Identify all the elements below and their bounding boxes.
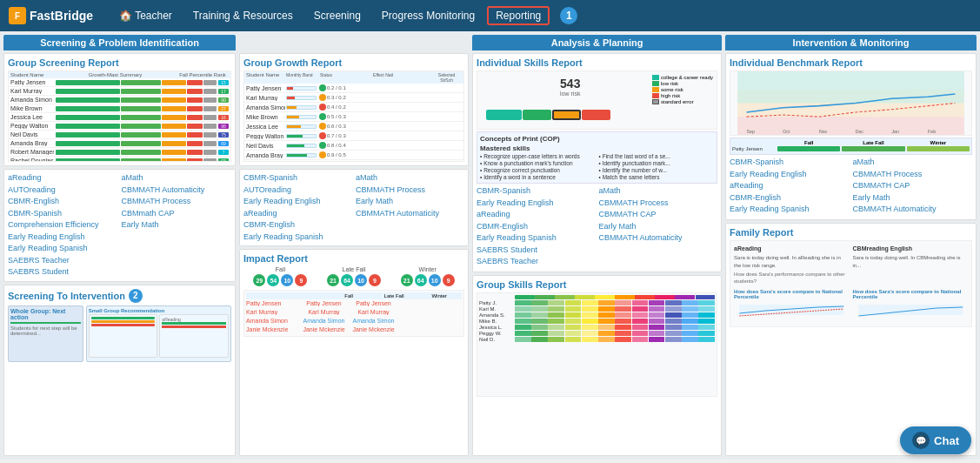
screening-table-row: Karl Murray17 <box>9 87 230 96</box>
growth-table-row: Mike Brown0.5 / 0.3 <box>244 112 463 122</box>
individual-benchmark-title: Individual Benchmark Report <box>730 57 972 68</box>
link-areading[interactable]: aReading <box>8 172 118 185</box>
impact-winter: Winter 21 64 10 9 <box>401 266 455 287</box>
ib-link-ers[interactable]: Early Reading Spanish <box>730 204 849 216</box>
impact-report-card: Impact Report Fall 29 54 10 9 Late Fall … <box>239 249 469 456</box>
group-screening-links: aReading AUTOreading CBMR-English CBMR-S… <box>3 169 236 282</box>
screening-table-row: Amanda Simon90 <box>9 96 230 104</box>
impact-report-title: Impact Report <box>243 253 464 264</box>
logo-text: FastBridge <box>30 9 93 23</box>
group-screening-title: Group Screening Report <box>8 57 231 68</box>
ib-link-cbmmath-auto[interactable]: CBMMATH Automaticity <box>853 204 972 216</box>
g-link-cbmmath-auto[interactable]: CBMMATH Automaticity <box>356 208 464 220</box>
nav-progress-monitoring[interactable]: Progress Monitoring <box>373 6 483 25</box>
ib-link-ere[interactable]: Early Reading English <box>730 169 849 181</box>
svg-text:Oct: Oct <box>783 129 790 134</box>
g-link-ere[interactable]: Early Reading English <box>243 196 352 208</box>
ib-link-cbmrsp[interactable]: CBMR-Spanish <box>730 157 849 169</box>
impact-fall: Fall 29 54 10 9 <box>253 266 307 287</box>
growth-table-row: Neil Davis0.8 / 0.4 <box>244 141 463 151</box>
impact-row-amanda: Amanda Simon Amanda Simon Amanda Simon <box>246 317 462 325</box>
ib-link-cbmren[interactable]: CBMR-English <box>730 192 849 205</box>
link-ers[interactable]: Early Reading Spanish <box>8 243 118 255</box>
link-amath[interactable]: aMath <box>122 172 232 185</box>
svg-rect-2 <box>737 104 964 117</box>
is-link-ers[interactable]: Early Reading Spanish <box>477 232 595 245</box>
ib-link-cbmmath-p[interactable]: CBMMATH Process <box>853 169 972 181</box>
g-link-areading[interactable]: aReading <box>243 208 352 220</box>
screening-column: Screening & Problem Identification Group… <box>3 35 236 456</box>
is-link-cbmmath-cap[interactable]: CBMMATH CAP <box>599 209 717 221</box>
group-skills-card: Group Skills Report <box>472 275 722 457</box>
ib-link-cbmmath-cap[interactable]: CBMMATH CAP <box>853 180 972 192</box>
screening-table-row: Mike Brown27 <box>9 104 230 113</box>
is-link-cbmmath-p[interactable]: CBMMATH Process <box>599 198 717 210</box>
link-cbmmath-auto[interactable]: CBMMATH Automaticity <box>122 185 232 197</box>
screening-section-header: Screening & Problem Identification <box>3 35 236 50</box>
skills-grid-row: Peggy W. <box>479 331 715 336</box>
nav-screening[interactable]: Screening <box>305 6 370 25</box>
growth-links-col2: aMath CBMMATH Process Early Math CBMMATH… <box>356 172 464 243</box>
intervention-section-header: Intervention & Monitoring <box>725 35 977 50</box>
link-comp-eff[interactable]: Comprehension Efficiency <box>8 219 118 232</box>
growth-table-row: Robert Manager1.0 / 0.5 <box>244 160 463 162</box>
family-chart-svg <box>734 300 849 322</box>
sti-title: Screening To Intervention 2 <box>8 289 231 303</box>
home-icon: 🏠 <box>119 10 132 22</box>
is-link-cbmrsp[interactable]: CBMR-Spanish <box>477 185 595 198</box>
g-link-cbmmath-p[interactable]: CBMMATH Process <box>356 185 464 197</box>
g-link-ers[interactable]: Early Reading Spanish <box>243 232 352 244</box>
g-link-early-math[interactable]: Early Math <box>356 196 464 208</box>
is-link-cbmmath-auto[interactable]: CBMMATH Automaticity <box>599 232 717 245</box>
screening-links-col2: aMath CBMMATH Automaticity CBMMATH Proce… <box>122 172 232 278</box>
nav-teacher[interactable]: 🏠 Teacher <box>110 6 181 25</box>
svg-rect-11 <box>858 305 963 315</box>
link-cbmmath-process[interactable]: CBMMATH Process <box>122 196 232 208</box>
link-cbmr-english[interactable]: CBMR-English <box>8 196 118 208</box>
ib-link-early-math[interactable]: Early Math <box>853 192 972 205</box>
link-ere[interactable]: Early Reading English <box>8 232 118 244</box>
screening-table-row: Robert Manager7 <box>9 148 230 157</box>
chat-label: Chat <box>934 434 959 447</box>
is-link-early-math[interactable]: Early Math <box>599 221 717 233</box>
link-early-math[interactable]: Early Math <box>122 219 232 232</box>
link-autoreading[interactable]: AUTOreading <box>8 185 118 197</box>
skills-grid-row: Amanda S. <box>479 312 715 318</box>
chat-button[interactable]: 💬 Chat <box>900 426 971 454</box>
mastered-skills-label: Mastered skills <box>480 144 714 152</box>
screening-table-row: Patty Jensen15 <box>9 78 230 87</box>
skills-grid-row: Patty J. <box>479 300 715 305</box>
individual-skills-card: Individual Skills Report 543 low risk co <box>472 53 722 272</box>
nav-training[interactable]: Training & Resources <box>184 6 302 25</box>
sti-badge: 2 <box>129 289 143 303</box>
group-growth-card: Group Growth Report Student Name Monthly… <box>239 53 469 166</box>
ib-link-areading[interactable]: aReading <box>730 180 849 192</box>
link-cbmr-spanish[interactable]: CBMR-Spanish <box>8 208 118 220</box>
is-link-saebrs-t[interactable]: SAEBRS Teacher <box>477 256 595 268</box>
is-link-cbmren[interactable]: CBMR-English <box>477 221 595 233</box>
nav-reporting[interactable]: Reporting <box>487 6 550 25</box>
link-saebrs-student[interactable]: SAEBRS Student <box>8 266 118 278</box>
link-saebrs-teacher[interactable]: SAEBRS Teacher <box>8 255 118 267</box>
is-link-amath[interactable]: aMath <box>599 185 717 198</box>
g-link-amath[interactable]: aMath <box>356 172 464 185</box>
analysis-section-header: Analysis & Planning <box>472 35 722 50</box>
svg-text:Dec: Dec <box>856 129 864 134</box>
is-link-ere[interactable]: Early Reading English <box>477 198 595 210</box>
g-link-cbmrsp[interactable]: CBMR-Spanish <box>243 172 352 185</box>
app-header: F FastBridge 🏠 Teacher Training & Resour… <box>0 0 980 31</box>
skills-grid-row: Neil D. <box>479 337 715 342</box>
chat-icon: 💬 <box>912 432 930 449</box>
ib-link-amath[interactable]: aMath <box>853 157 972 169</box>
g-link-cbmren[interactable]: CBMR-English <box>243 219 352 232</box>
impact-row-janie: Janie Mckenzie Janie Mckenzie Janie Mcke… <box>246 325 462 333</box>
g-link-auto[interactable]: AUTOreading <box>243 185 352 197</box>
is-link-areading[interactable]: aReading <box>477 209 595 221</box>
link-cbmmath-cap[interactable]: CBMmath CAP <box>122 208 232 220</box>
svg-text:Feb: Feb <box>928 129 936 134</box>
impact-row-patty: Patty Jensen Patty Jensen Patty Jensen <box>246 299 462 307</box>
is-link-saebrs-s[interactable]: SAEBRS Student <box>477 245 595 257</box>
skills-score-label: low risk <box>560 91 580 97</box>
growth-table-row: Jessica Lee0.6 / 0.3 <box>244 122 463 131</box>
main-nav: 🏠 Teacher Training & Resources Screening… <box>110 6 971 25</box>
